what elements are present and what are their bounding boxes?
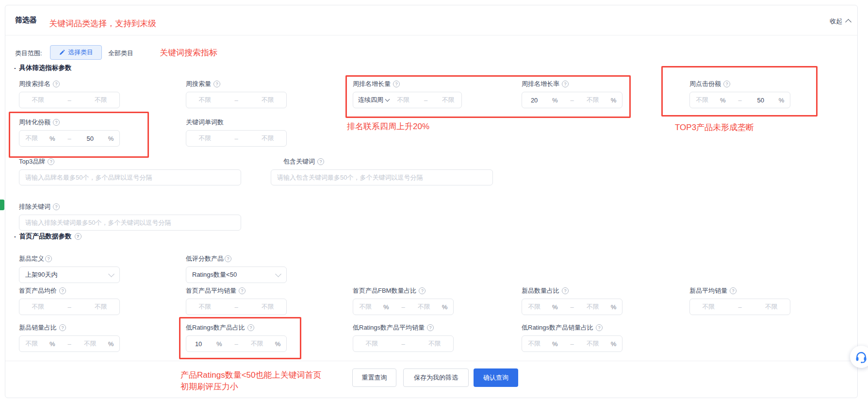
range-dash: – [223, 303, 249, 311]
range-dash: – [61, 135, 78, 142]
field-exclude-keyword: 排除关键词? [19, 202, 241, 231]
reset-query-button[interactable]: 重置查询 [352, 368, 396, 387]
help-icon[interactable]: ? [48, 158, 54, 165]
help-icon[interactable]: ? [419, 287, 426, 294]
filter-panel: 筛选器 关键词品类选择，支持到末级 收起 类目范围: 选择类目 全部类目 关键词… [5, 5, 858, 398]
range-min: 不限 [690, 96, 714, 104]
annotation-ratings-line2: 初期刷评压力小 [180, 381, 238, 392]
left-edge-widget[interactable] [0, 200, 4, 210]
select-value: 上架90天内 [25, 270, 109, 279]
range-max: 不限 [581, 96, 605, 104]
help-icon[interactable]: ? [53, 81, 60, 87]
choose-category-label: 选择类目 [68, 48, 93, 57]
percent-unit: % [773, 97, 790, 104]
field-label: 首页产品平均销量 [186, 286, 236, 295]
range-input[interactable]: 10 % – 不限 % [186, 335, 287, 352]
range-min: 不限 [186, 134, 223, 143]
range-input[interactable]: 不限 % – 不限 % [522, 335, 622, 352]
field-keyword-word-count: 关键词单词数 不限 – 不限 [186, 117, 287, 147]
percent-unit: % [44, 135, 61, 142]
help-icon[interactable]: ? [393, 81, 400, 87]
range-min: 不限 [19, 339, 44, 348]
range-max: 不限 [245, 339, 269, 348]
help-icon[interactable]: ? [59, 287, 66, 294]
help-icon[interactable]: ? [75, 233, 82, 240]
range-input[interactable]: 不限 – 不限 [19, 92, 120, 108]
field-week-search-rank: 周搜索排名? 不限 – 不限 [19, 79, 120, 108]
help-icon[interactable]: ? [45, 255, 52, 262]
top3-brand-input[interactable] [19, 169, 241, 185]
percent-unit: % [436, 303, 453, 311]
range-input[interactable]: 不限 % – 50 % [689, 92, 790, 108]
range-input[interactable]: 不限 % – 不限 % [353, 299, 454, 315]
field-label: 排除关键词 [19, 202, 50, 211]
save-filter-button[interactable]: 保存为我的筛选 [403, 368, 469, 387]
help-icon[interactable]: ? [213, 81, 220, 87]
include-keyword-input[interactable] [271, 169, 493, 185]
percent-unit: % [605, 303, 622, 311]
range-input[interactable]: 不限 % – 50 % [19, 130, 120, 147]
help-icon[interactable]: ? [59, 324, 66, 331]
help-icon[interactable]: ? [225, 255, 231, 262]
range-input[interactable]: 不限 – 不限 [186, 92, 287, 108]
help-icon[interactable]: ? [239, 287, 246, 294]
range-input[interactable]: 不限 % – 不限 % [19, 335, 120, 352]
pencil-icon [59, 50, 65, 56]
range-max: 50 [78, 135, 102, 142]
exclude-keyword-input[interactable] [19, 215, 241, 231]
range-input[interactable]: 20 % – 不限 % [522, 92, 622, 108]
range-input[interactable]: 不限 % – 不限 % [522, 299, 622, 315]
field-label: 首页产品FBM数量占比 [353, 286, 416, 295]
percent-unit: % [714, 97, 731, 104]
annotation-ratings-line1: 产品Ratings数量<50也能上关键词首页 [180, 369, 321, 381]
headset-icon [854, 350, 868, 364]
range-min: 不限 [186, 302, 223, 311]
collapse-toggle[interactable]: 收起 [830, 17, 851, 26]
confirm-query-button[interactable]: 确认查询 [474, 368, 518, 387]
field-label: 周点击份额 [689, 80, 721, 88]
help-icon[interactable]: ? [730, 287, 737, 294]
range-dash: – [563, 340, 580, 348]
field-label: 新品销量占比 [19, 323, 57, 332]
help-icon[interactable]: ? [723, 81, 730, 87]
range-input[interactable]: 不限 – 不限 [689, 299, 790, 315]
range-input[interactable]: 不限 – 不限 [186, 130, 287, 147]
field-new-count-ratio: 新品数量占比? 不限 % – 不限 % [522, 286, 622, 315]
percent-unit: % [546, 303, 563, 311]
field-new-product-definition: 新品定义? 上架90天内 [19, 254, 120, 283]
field-week-search-volume: 周搜索量? 不限 – 不限 [186, 79, 287, 108]
chevron-up-icon [845, 19, 852, 25]
help-icon[interactable]: ? [53, 203, 60, 210]
range-input[interactable]: 连续四周 不限 – 不限 [353, 92, 462, 108]
help-icon[interactable]: ? [53, 119, 60, 126]
field-label: 低Ratings数产品销量占比 [522, 323, 593, 332]
range-max: 不限 [581, 339, 605, 348]
help-icon[interactable]: ? [247, 324, 254, 331]
range-max: 不限 [249, 134, 286, 143]
header-divider [5, 35, 857, 35]
range-dash: – [731, 97, 748, 104]
annotation-category-select: 关键词品类选择，支持到末级 [49, 18, 156, 29]
weeks-mode-select[interactable]: 连续四周 [353, 96, 383, 104]
help-icon[interactable]: ? [562, 287, 569, 294]
field-page-avg-price: 首页产品均价? 不限 – 不限 [19, 286, 120, 315]
percent-unit: % [102, 340, 119, 348]
help-icon[interactable]: ? [596, 324, 603, 331]
help-icon[interactable]: ? [317, 158, 324, 165]
range-min: 不限 [19, 302, 56, 311]
range-dash: – [228, 340, 245, 348]
choose-category-button[interactable]: 选择类目 [50, 45, 102, 60]
range-input[interactable]: 不限 – 不限 [353, 335, 454, 352]
chevron-down-icon [275, 271, 281, 277]
range-min: 不限 [522, 302, 546, 311]
new-product-definition-select[interactable]: 上架90天内 [19, 267, 120, 283]
low-rating-product-select[interactable]: Ratings数量<50 [186, 267, 287, 283]
percent-unit: % [546, 97, 563, 104]
panel-title: 筛选器 [15, 16, 37, 25]
help-icon[interactable]: ? [562, 81, 569, 87]
range-input[interactable]: 不限 – 不限 [186, 299, 287, 315]
annotation-search-metrics: 关键词搜索指标 [160, 47, 217, 58]
annotation-top3-monopoly: TOP3产品未形成垄断 [675, 122, 754, 133]
help-icon[interactable]: ? [427, 324, 434, 331]
range-input[interactable]: 不限 – 不限 [19, 299, 120, 315]
